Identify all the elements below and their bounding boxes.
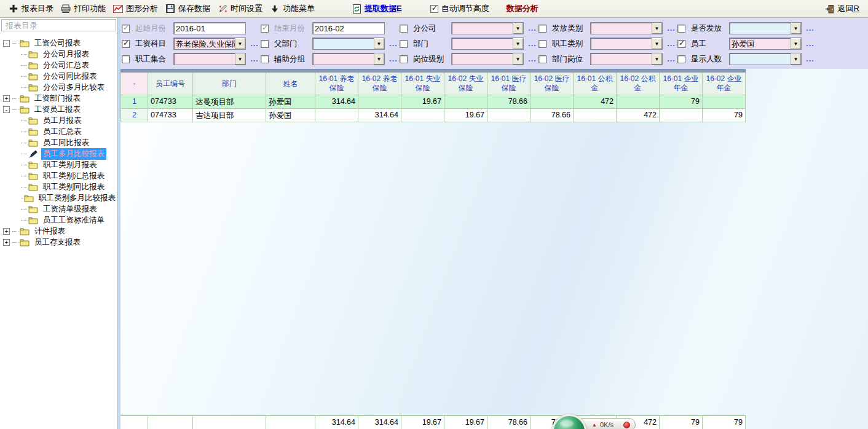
dropdown-显示人数[interactable]: ▼ (729, 53, 802, 65)
chevron-down-icon[interactable]: ▼ (652, 38, 662, 49)
filter-checkbox-工资科目[interactable] (122, 40, 130, 48)
dropdown-部门岗位[interactable]: ▼ (590, 53, 663, 65)
sidebar-item-职工类别同比报表[interactable]: 职工类别同比报表 (0, 181, 117, 192)
chevron-down-icon[interactable]: ▼ (513, 53, 523, 65)
ellipsis-button-部门[interactable]: ... (526, 39, 539, 48)
dropdown-是否发放[interactable]: ▼ (729, 22, 802, 34)
ellipsis-button-员工[interactable]: ... (804, 39, 816, 48)
filter-checkbox-部门岗位[interactable] (539, 55, 546, 63)
filter-checkbox-职工类别[interactable] (539, 40, 546, 48)
collapse-minus-icon[interactable]: - (3, 40, 10, 47)
column-header-16-02 失业保险[interactable]: 16-02 失业保险 (444, 73, 487, 95)
table-cell[interactable] (358, 95, 401, 109)
ellipsis-button-职工集合[interactable]: ... (248, 55, 261, 63)
sidebar-item-员工多月比较报表[interactable]: 员工多月比较报表 (0, 148, 117, 159)
sidebar-item-员工月报表[interactable]: 员工月报表 (0, 115, 117, 126)
expand-plus-icon[interactable]: + (3, 239, 10, 246)
ellipsis-button-发放类别[interactable]: ... (665, 24, 677, 33)
chevron-down-icon[interactable]: ▼ (791, 38, 801, 49)
column-header-16-02 医疗保险[interactable]: 16-02 医疗保险 (531, 73, 574, 95)
column-header-员工编号[interactable]: 员工编号 (148, 73, 193, 95)
chevron-down-icon[interactable]: ▼ (652, 53, 662, 65)
column-header-16-02 养老保险[interactable]: 16-02 养老保险 (358, 73, 401, 95)
table-cell[interactable]: 472 (617, 109, 660, 122)
column-header-16-01 养老保险[interactable]: 16-01 养老保险 (315, 73, 358, 95)
sidebar-item-职工类别月报表[interactable]: 职工类别月报表 (0, 159, 117, 170)
ellipsis-button-工资科目[interactable]: ... (248, 39, 261, 48)
filter-checkbox-分公司[interactable] (400, 25, 408, 33)
toolbar-button-printer[interactable]: 打印功能 (57, 2, 109, 15)
table-cell[interactable]: 19.67 (401, 95, 444, 109)
dropdown-父部门[interactable]: ▼ (312, 37, 385, 50)
sidebar-item-分公司月报表[interactable]: 分公司月报表 (0, 49, 117, 60)
table-cell[interactable]: 达曼项目部 (193, 95, 266, 109)
dropdown-员工[interactable]: 孙爱国▼ (729, 37, 802, 50)
collapse-minus-icon[interactable]: - (3, 106, 10, 113)
column-header-16-01 失业保险[interactable]: 16-01 失业保险 (401, 73, 444, 95)
column-header-16-01 公积金[interactable]: 16-01 公积金 (574, 73, 617, 95)
column-header-姓名[interactable]: 姓名 (266, 73, 315, 95)
sidebar-item-员工工资标准清单[interactable]: 员工工资标准清单 (0, 214, 117, 226)
table-cell[interactable] (617, 95, 660, 109)
back-button[interactable]: 返回R (825, 3, 859, 14)
table-cell[interactable]: 孙爱国 (266, 109, 315, 122)
filter-checkbox-父部门[interactable] (261, 40, 269, 48)
sidebar-item-工资部门报表[interactable]: +工资部门报表 (0, 93, 117, 104)
ellipsis-button-职工类别[interactable]: ... (665, 39, 677, 48)
data-analysis-button[interactable]: 数据分析 (507, 3, 539, 14)
row-number-cell[interactable]: 1 (120, 95, 148, 109)
table-cell[interactable]: 78.66 (531, 109, 574, 122)
sidebar-item-分公司多月比较表[interactable]: 分公司多月比较表 (0, 82, 117, 93)
filter-checkbox-部门[interactable] (400, 40, 408, 48)
dropdown-工资科目[interactable]: 养老保险,失业保险▼ (173, 37, 246, 50)
ellipsis-button-岗位级别[interactable]: ... (526, 55, 539, 63)
column-header-rownum[interactable]: - (120, 73, 148, 95)
filter-checkbox-职工集合[interactable] (122, 55, 130, 63)
chevron-down-icon[interactable]: ▼ (235, 53, 245, 65)
dropdown-岗位级别[interactable]: ▼ (451, 53, 524, 65)
table-cell[interactable]: 79 (660, 95, 703, 109)
column-header-16-02 公积金[interactable]: 16-02 公积金 (617, 73, 660, 95)
filter-checkbox-员工[interactable] (677, 40, 685, 48)
month-input-起始月份[interactable] (173, 22, 246, 34)
filter-checkbox-岗位级别[interactable] (400, 55, 408, 63)
table-cell[interactable]: 79 (703, 109, 746, 122)
filter-checkbox-辅助分组[interactable] (261, 55, 269, 63)
table-cell[interactable]: 314.64 (315, 95, 358, 109)
table-cell[interactable]: 074733 (148, 95, 193, 109)
sidebar-item-职工类别汇总报表[interactable]: 职工类别汇总报表 (0, 170, 117, 181)
table-cell[interactable] (531, 95, 574, 109)
chevron-down-icon[interactable]: ▼ (513, 23, 523, 34)
table-cell[interactable]: 78.66 (487, 95, 531, 109)
chevron-down-icon[interactable]: ▼ (791, 53, 801, 65)
ellipsis-button-分公司[interactable]: ... (526, 24, 539, 33)
column-header-16-02 企业年金[interactable]: 16-02 企业年金 (703, 73, 746, 95)
sidebar-item-工资清单级报表[interactable]: 工资清单级报表 (0, 203, 117, 214)
input-起始月份[interactable] (174, 23, 245, 34)
dropdown-职工类别[interactable]: ▼ (590, 37, 663, 50)
toolbar-button-plus[interactable]: 报表目录 (5, 2, 57, 15)
table-cell[interactable]: 吉达项目部 (193, 109, 266, 122)
sidebar-item-员工汇总表[interactable]: 员工汇总表 (0, 126, 117, 137)
column-header-16-01 医疗保险[interactable]: 16-01 医疗保险 (487, 73, 531, 95)
dropdown-部门[interactable]: ▼ (451, 37, 524, 50)
sidebar-item-工资公司报表[interactable]: -工资公司报表 (0, 37, 117, 49)
table-cell[interactable] (315, 109, 358, 122)
toolbar-button-chart[interactable]: 图形分析 (109, 2, 162, 15)
table-cell[interactable] (574, 109, 617, 122)
ellipsis-button-显示人数[interactable]: ... (804, 55, 816, 63)
sidebar-item-工资员工报表[interactable]: -工资员工报表 (0, 104, 117, 115)
toolbar-button-pen[interactable]: 时间设置 (214, 2, 266, 15)
sidebar-item-员工存支报表[interactable]: +员工存支报表 (0, 237, 117, 248)
table-cell[interactable]: 472 (574, 95, 617, 109)
table-cell[interactable] (401, 109, 444, 122)
dropdown-发放类别[interactable]: ▼ (590, 22, 663, 34)
table-cell[interactable]: 19.67 (444, 109, 487, 122)
chevron-down-icon[interactable]: ▼ (374, 38, 384, 49)
month-input-结束月份[interactable] (312, 22, 385, 34)
column-header-部门[interactable]: 部门 (193, 73, 266, 95)
chevron-down-icon[interactable]: ▼ (235, 38, 245, 49)
toolbar-button-floppy[interactable]: 保存数据 (162, 2, 214, 15)
filter-checkbox-发放类别[interactable] (539, 25, 546, 33)
ellipsis-button-是否发放[interactable]: ... (804, 24, 816, 33)
